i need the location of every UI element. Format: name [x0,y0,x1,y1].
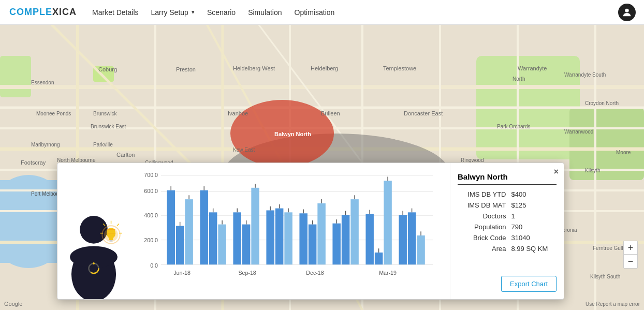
svg-rect-100 [176,226,184,265]
svg-rect-130 [342,215,350,264]
info-value: 31040 [510,232,557,243]
svg-text:Heidelberg West: Heidelberg West [233,65,275,71]
svg-rect-118 [275,209,284,265]
info-label: IMS DB YTD [458,189,510,200]
chart-area: 700.0 600.0 400.0 200.0 0.0 [130,163,450,299]
svg-rect-138 [384,181,392,264]
info-label: IMS DB MAT [458,200,510,211]
zoom-out-button[interactable]: − [624,255,637,268]
nav-market-details[interactable]: Market Details [92,8,138,17]
info-value: $400 [510,189,557,200]
info-row: Doctors1 [458,211,557,222]
svg-text:Coburg: Coburg [98,66,117,72]
svg-text:Warrandyte South: Warrandyte South [564,72,606,78]
user-avatar[interactable] [618,4,636,21]
svg-text:0.0: 0.0 [150,262,158,269]
svg-rect-114 [251,188,259,264]
svg-text:Jun-18: Jun-18 [173,270,191,276]
svg-rect-134 [365,214,374,264]
info-value: 790 [510,222,557,232]
nav-optimisation[interactable]: Optimisation [295,8,335,17]
svg-text:Sep-18: Sep-18 [238,270,256,276]
svg-text:Kilsyth South: Kilsyth South [590,274,620,279]
info-value: 1 [510,211,557,222]
svg-text:Heidelberg: Heidelberg [311,65,338,71]
svg-rect-116 [266,210,274,264]
svg-text:Essendon: Essendon [31,80,54,85]
svg-text:Parkville: Parkville [93,142,113,147]
info-row: Area8.99 SQ KM [458,243,557,254]
info-row: IMS DB YTD$400 [458,189,557,200]
svg-text:Brunswick: Brunswick [93,111,118,116]
nav-scenario[interactable]: Scenario [207,8,236,17]
svg-text:Moonee Ponds: Moonee Ponds [36,111,71,116]
svg-text:Warranwood: Warranwood [564,129,593,135]
navbar: COMPLEXICA Market Details Larry Setup Sc… [0,0,644,25]
svg-text:Kilsyth: Kilsyth [585,168,600,173]
zoom-controls: + − [623,241,638,269]
info-label: Doctors [458,211,510,222]
svg-rect-122 [299,213,308,264]
svg-rect-132 [350,199,359,264]
svg-text:Mar-19: Mar-19 [379,270,397,276]
svg-text:Park Orchards: Park Orchards [497,124,530,129]
popup-overlay: × [57,163,564,300]
svg-text:Ferntree Gully: Ferntree Gully [593,245,625,251]
svg-point-72 [70,246,118,268]
larry-figure [57,163,130,299]
svg-rect-76 [109,238,113,240]
svg-rect-106 [209,212,217,264]
svg-text:Bulleen: Bulleen [321,110,340,116]
svg-text:Footscray: Footscray [21,159,46,166]
popup-close-button[interactable]: × [554,167,559,176]
svg-rect-102 [185,199,193,264]
info-label: Brick Code [458,232,510,243]
svg-text:Balwyn North: Balwyn North [274,131,311,137]
svg-rect-144 [417,235,425,264]
svg-text:600.0: 600.0 [144,188,158,194]
svg-rect-6 [0,56,31,97]
svg-text:Brunswick East: Brunswick East [91,124,126,129]
svg-rect-77 [110,240,113,242]
info-table: IMS DB YTD$400IMS DB MAT$125Doctors1Popu… [458,189,557,254]
svg-rect-108 [218,225,226,265]
svg-line-81 [117,224,119,226]
svg-point-87 [93,262,95,264]
svg-text:Warrandyte: Warrandyte [518,65,547,71]
info-value: $125 [510,200,557,211]
svg-rect-124 [309,225,317,265]
info-title: Balwyn North [458,172,557,185]
popup-info-panel: Balwyn North IMS DB YTD$400IMS DB MAT$12… [450,163,564,299]
svg-rect-142 [408,212,416,264]
export-chart-button[interactable]: Export Chart [501,276,557,292]
svg-text:Ivanhoe: Ivanhoe [228,110,248,116]
svg-text:Templestowe: Templestowe [383,65,416,71]
svg-text:Dec-18: Dec-18 [306,270,324,276]
svg-text:Doncaster East: Doncaster East [404,110,443,116]
svg-text:Croydon North: Croydon North [585,100,619,106]
svg-rect-136 [375,253,383,264]
svg-rect-110 [233,212,241,264]
svg-rect-120 [284,212,292,264]
svg-rect-128 [332,224,341,265]
svg-text:Carlton: Carlton [116,152,135,158]
info-row: Brick Code31040 [458,232,557,243]
svg-rect-140 [399,215,407,264]
map-attribution: Use Report a map error [586,301,640,307]
info-label: Area [458,243,510,254]
info-value: 8.99 SQ KM [510,243,557,254]
nav-larry-setup[interactable]: Larry Setup [151,8,195,17]
info-row: Population790 [458,222,557,232]
svg-rect-104 [200,190,208,264]
svg-text:Kew East: Kew East [233,147,255,153]
svg-point-0 [625,8,628,12]
svg-text:700.0: 700.0 [144,172,158,178]
svg-text:400.0: 400.0 [144,212,158,218]
logo: COMPLEXICA [9,7,77,18]
info-row: IMS DB MAT$125 [458,200,557,211]
svg-rect-112 [242,225,251,265]
svg-text:Preston: Preston [176,66,196,72]
google-watermark: Google [4,301,22,307]
zoom-in-button[interactable]: + [624,241,637,255]
nav-simulation[interactable]: Simulation [248,8,282,17]
